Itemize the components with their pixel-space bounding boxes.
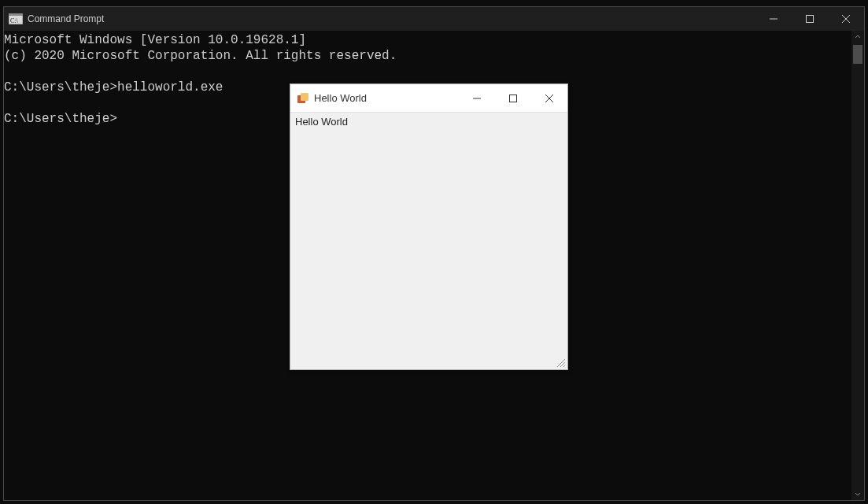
window-controls [459,84,567,112]
terminal-line: (c) 2020 Microsoft Corporation. All righ… [4,49,397,63]
maximize-button[interactable] [792,7,828,31]
hello-world-window: Hello World Hello World [290,83,568,370]
svg-text:C:\: C:\ [10,17,19,24]
scroll-thumb[interactable] [853,45,862,64]
hello-world-title: Hello World [314,92,367,104]
window-controls [755,7,864,31]
scroll-down-arrow-icon[interactable] [851,487,864,500]
close-button[interactable] [531,84,567,112]
vertical-scrollbar[interactable] [851,31,864,500]
minimize-button[interactable] [755,7,792,31]
svg-rect-4 [807,16,814,23]
terminal-line: C:\Users\theje>helloworld.exe [4,80,223,94]
minimize-button[interactable] [459,84,495,112]
command-prompt-title: Command Prompt [28,13,104,24]
command-prompt-titlebar[interactable]: C:\ Command Prompt [4,7,864,31]
winforms-app-icon [297,92,309,105]
close-button[interactable] [828,7,864,31]
terminal-line: Microsoft Windows [Version 10.0.19628.1] [4,33,306,47]
hello-world-label: Hello World [295,116,348,128]
command-prompt-icon: C:\ [9,13,23,24]
svg-line-15 [563,365,565,367]
terminal-line: C:\Users\theje> [4,112,117,126]
svg-rect-8 [301,93,308,101]
hello-world-client-area[interactable]: Hello World [290,113,567,369]
scroll-up-arrow-icon[interactable] [851,31,864,43]
svg-rect-1 [9,13,23,16]
maximize-button[interactable] [495,84,531,112]
hello-world-titlebar[interactable]: Hello World [290,84,567,113]
resize-grip-icon[interactable] [555,357,566,368]
svg-rect-10 [510,94,517,102]
